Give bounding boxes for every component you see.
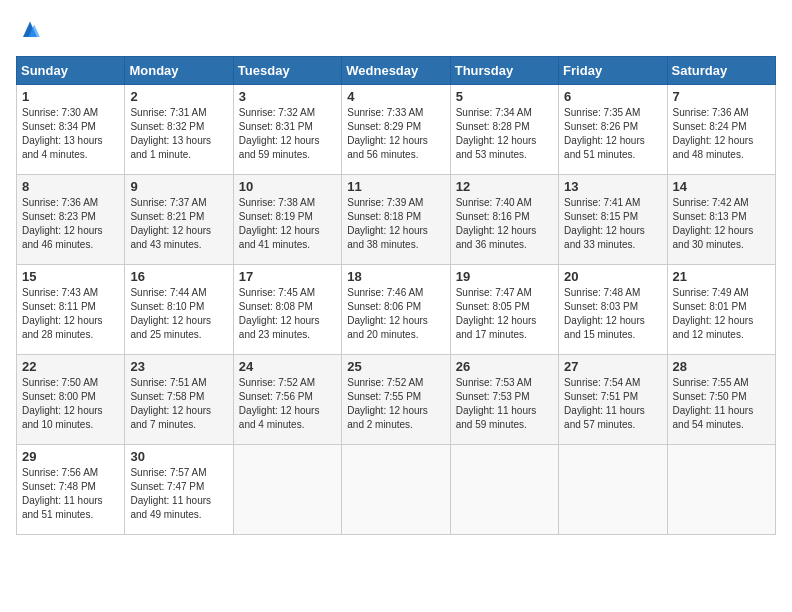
- logo-icon: [16, 16, 44, 44]
- weekday-header-monday: Monday: [125, 57, 233, 85]
- day-content: Sunrise: 7:40 AM Sunset: 8:16 PM Dayligh…: [456, 196, 553, 252]
- calendar-day-5: 5Sunrise: 7:34 AM Sunset: 8:28 PM Daylig…: [450, 85, 558, 175]
- day-number: 20: [564, 269, 661, 284]
- day-number: 10: [239, 179, 336, 194]
- day-content: Sunrise: 7:43 AM Sunset: 8:11 PM Dayligh…: [22, 286, 119, 342]
- calendar-day-15: 15Sunrise: 7:43 AM Sunset: 8:11 PM Dayli…: [17, 265, 125, 355]
- day-number: 6: [564, 89, 661, 104]
- day-content: Sunrise: 7:53 AM Sunset: 7:53 PM Dayligh…: [456, 376, 553, 432]
- calendar-week-row: 1Sunrise: 7:30 AM Sunset: 8:34 PM Daylig…: [17, 85, 776, 175]
- day-content: Sunrise: 7:47 AM Sunset: 8:05 PM Dayligh…: [456, 286, 553, 342]
- calendar-day-22: 22Sunrise: 7:50 AM Sunset: 8:00 PM Dayli…: [17, 355, 125, 445]
- weekday-row: SundayMondayTuesdayWednesdayThursdayFrid…: [17, 57, 776, 85]
- calendar-day-8: 8Sunrise: 7:36 AM Sunset: 8:23 PM Daylig…: [17, 175, 125, 265]
- day-number: 14: [673, 179, 770, 194]
- day-number: 24: [239, 359, 336, 374]
- calendar-week-row: 15Sunrise: 7:43 AM Sunset: 8:11 PM Dayli…: [17, 265, 776, 355]
- calendar-day-2: 2Sunrise: 7:31 AM Sunset: 8:32 PM Daylig…: [125, 85, 233, 175]
- calendar-week-row: 22Sunrise: 7:50 AM Sunset: 8:00 PM Dayli…: [17, 355, 776, 445]
- day-number: 9: [130, 179, 227, 194]
- day-content: Sunrise: 7:48 AM Sunset: 8:03 PM Dayligh…: [564, 286, 661, 342]
- day-content: Sunrise: 7:42 AM Sunset: 8:13 PM Dayligh…: [673, 196, 770, 252]
- day-content: Sunrise: 7:55 AM Sunset: 7:50 PM Dayligh…: [673, 376, 770, 432]
- calendar-day-26: 26Sunrise: 7:53 AM Sunset: 7:53 PM Dayli…: [450, 355, 558, 445]
- calendar-day-16: 16Sunrise: 7:44 AM Sunset: 8:10 PM Dayli…: [125, 265, 233, 355]
- weekday-header-wednesday: Wednesday: [342, 57, 450, 85]
- day-number: 17: [239, 269, 336, 284]
- day-number: 15: [22, 269, 119, 284]
- day-number: 1: [22, 89, 119, 104]
- calendar-day-11: 11Sunrise: 7:39 AM Sunset: 8:18 PM Dayli…: [342, 175, 450, 265]
- calendar-table: SundayMondayTuesdayWednesdayThursdayFrid…: [16, 56, 776, 535]
- day-number: 25: [347, 359, 444, 374]
- weekday-header-thursday: Thursday: [450, 57, 558, 85]
- day-content: Sunrise: 7:30 AM Sunset: 8:34 PM Dayligh…: [22, 106, 119, 162]
- day-number: 18: [347, 269, 444, 284]
- calendar-day-18: 18Sunrise: 7:46 AM Sunset: 8:06 PM Dayli…: [342, 265, 450, 355]
- day-number: 13: [564, 179, 661, 194]
- calendar-day-empty: [559, 445, 667, 535]
- calendar-day-14: 14Sunrise: 7:42 AM Sunset: 8:13 PM Dayli…: [667, 175, 775, 265]
- day-content: Sunrise: 7:35 AM Sunset: 8:26 PM Dayligh…: [564, 106, 661, 162]
- day-number: 3: [239, 89, 336, 104]
- day-number: 8: [22, 179, 119, 194]
- day-number: 12: [456, 179, 553, 194]
- day-content: Sunrise: 7:36 AM Sunset: 8:23 PM Dayligh…: [22, 196, 119, 252]
- calendar-week-row: 8Sunrise: 7:36 AM Sunset: 8:23 PM Daylig…: [17, 175, 776, 265]
- day-content: Sunrise: 7:57 AM Sunset: 7:47 PM Dayligh…: [130, 466, 227, 522]
- calendar-day-29: 29Sunrise: 7:56 AM Sunset: 7:48 PM Dayli…: [17, 445, 125, 535]
- day-content: Sunrise: 7:52 AM Sunset: 7:56 PM Dayligh…: [239, 376, 336, 432]
- calendar-day-empty: [450, 445, 558, 535]
- day-number: 28: [673, 359, 770, 374]
- day-number: 22: [22, 359, 119, 374]
- calendar-day-25: 25Sunrise: 7:52 AM Sunset: 7:55 PM Dayli…: [342, 355, 450, 445]
- calendar-day-empty: [233, 445, 341, 535]
- day-content: Sunrise: 7:36 AM Sunset: 8:24 PM Dayligh…: [673, 106, 770, 162]
- calendar-day-empty: [342, 445, 450, 535]
- day-content: Sunrise: 7:31 AM Sunset: 8:32 PM Dayligh…: [130, 106, 227, 162]
- calendar-day-empty: [667, 445, 775, 535]
- day-content: Sunrise: 7:56 AM Sunset: 7:48 PM Dayligh…: [22, 466, 119, 522]
- day-content: Sunrise: 7:51 AM Sunset: 7:58 PM Dayligh…: [130, 376, 227, 432]
- day-content: Sunrise: 7:41 AM Sunset: 8:15 PM Dayligh…: [564, 196, 661, 252]
- day-number: 4: [347, 89, 444, 104]
- calendar-day-28: 28Sunrise: 7:55 AM Sunset: 7:50 PM Dayli…: [667, 355, 775, 445]
- day-content: Sunrise: 7:52 AM Sunset: 7:55 PM Dayligh…: [347, 376, 444, 432]
- calendar-day-20: 20Sunrise: 7:48 AM Sunset: 8:03 PM Dayli…: [559, 265, 667, 355]
- day-content: Sunrise: 7:45 AM Sunset: 8:08 PM Dayligh…: [239, 286, 336, 342]
- day-number: 23: [130, 359, 227, 374]
- day-content: Sunrise: 7:49 AM Sunset: 8:01 PM Dayligh…: [673, 286, 770, 342]
- day-number: 29: [22, 449, 119, 464]
- calendar-day-9: 9Sunrise: 7:37 AM Sunset: 8:21 PM Daylig…: [125, 175, 233, 265]
- day-number: 27: [564, 359, 661, 374]
- day-number: 30: [130, 449, 227, 464]
- calendar-day-30: 30Sunrise: 7:57 AM Sunset: 7:47 PM Dayli…: [125, 445, 233, 535]
- day-number: 16: [130, 269, 227, 284]
- day-content: Sunrise: 7:33 AM Sunset: 8:29 PM Dayligh…: [347, 106, 444, 162]
- calendar-body: 1Sunrise: 7:30 AM Sunset: 8:34 PM Daylig…: [17, 85, 776, 535]
- calendar-day-1: 1Sunrise: 7:30 AM Sunset: 8:34 PM Daylig…: [17, 85, 125, 175]
- calendar-week-row: 29Sunrise: 7:56 AM Sunset: 7:48 PM Dayli…: [17, 445, 776, 535]
- calendar-day-4: 4Sunrise: 7:33 AM Sunset: 8:29 PM Daylig…: [342, 85, 450, 175]
- day-content: Sunrise: 7:32 AM Sunset: 8:31 PM Dayligh…: [239, 106, 336, 162]
- calendar-day-24: 24Sunrise: 7:52 AM Sunset: 7:56 PM Dayli…: [233, 355, 341, 445]
- weekday-header-sunday: Sunday: [17, 57, 125, 85]
- day-number: 7: [673, 89, 770, 104]
- weekday-header-friday: Friday: [559, 57, 667, 85]
- day-number: 2: [130, 89, 227, 104]
- day-content: Sunrise: 7:46 AM Sunset: 8:06 PM Dayligh…: [347, 286, 444, 342]
- calendar-day-17: 17Sunrise: 7:45 AM Sunset: 8:08 PM Dayli…: [233, 265, 341, 355]
- calendar-day-12: 12Sunrise: 7:40 AM Sunset: 8:16 PM Dayli…: [450, 175, 558, 265]
- day-content: Sunrise: 7:37 AM Sunset: 8:21 PM Dayligh…: [130, 196, 227, 252]
- calendar-day-21: 21Sunrise: 7:49 AM Sunset: 8:01 PM Dayli…: [667, 265, 775, 355]
- weekday-header-saturday: Saturday: [667, 57, 775, 85]
- day-content: Sunrise: 7:50 AM Sunset: 8:00 PM Dayligh…: [22, 376, 119, 432]
- calendar-day-27: 27Sunrise: 7:54 AM Sunset: 7:51 PM Dayli…: [559, 355, 667, 445]
- calendar-day-23: 23Sunrise: 7:51 AM Sunset: 7:58 PM Dayli…: [125, 355, 233, 445]
- calendar-day-10: 10Sunrise: 7:38 AM Sunset: 8:19 PM Dayli…: [233, 175, 341, 265]
- day-number: 5: [456, 89, 553, 104]
- calendar-day-6: 6Sunrise: 7:35 AM Sunset: 8:26 PM Daylig…: [559, 85, 667, 175]
- day-content: Sunrise: 7:44 AM Sunset: 8:10 PM Dayligh…: [130, 286, 227, 342]
- calendar-day-3: 3Sunrise: 7:32 AM Sunset: 8:31 PM Daylig…: [233, 85, 341, 175]
- day-number: 11: [347, 179, 444, 194]
